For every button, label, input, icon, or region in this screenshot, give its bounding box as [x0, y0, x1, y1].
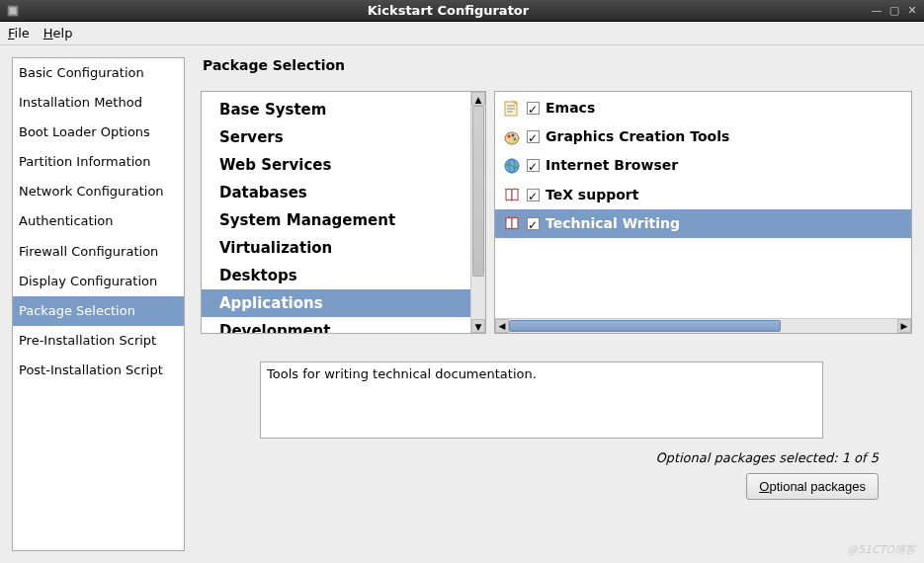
- hscroll-track[interactable]: [509, 319, 897, 333]
- package-internet-browser[interactable]: Internet Browser: [495, 151, 911, 180]
- titlebar: Kickstart Configurator — ▢ ✕: [0, 0, 924, 22]
- scroll-left-icon[interactable]: ◀: [495, 319, 509, 333]
- package-listbox: Emacs Graphics Creation Tools Internet B…: [494, 91, 912, 334]
- category-development[interactable]: Development: [202, 317, 470, 333]
- window-title: Kickstart Configurator: [26, 3, 871, 18]
- description-box: Tools for writing technical documentatio…: [260, 362, 823, 439]
- sidebar-item-firewall-configuration[interactable]: Firewall Configuration: [13, 237, 184, 267]
- sidebar: Basic Configuration Installation Method …: [12, 57, 185, 551]
- menubar: File Help: [0, 22, 924, 45]
- minimize-button[interactable]: —: [871, 5, 882, 17]
- sidebar-item-package-selection[interactable]: Package Selection: [13, 296, 184, 326]
- package-label: Technical Writing: [546, 211, 680, 236]
- category-applications[interactable]: Applications: [202, 289, 470, 317]
- package-label: Emacs: [546, 96, 595, 121]
- package-hscrollbar[interactable]: ◀ ▶: [495, 318, 911, 333]
- scroll-thumb[interactable]: [472, 106, 484, 277]
- svg-point-9: [514, 137, 517, 140]
- maximize-button[interactable]: ▢: [888, 5, 900, 17]
- book-icon: [503, 186, 521, 203]
- book-icon: [503, 214, 521, 232]
- optional-packages-status: Optional packages selected: 1 of 5: [201, 446, 912, 473]
- content-area: Basic Configuration Installation Method …: [0, 45, 924, 563]
- svg-rect-13: [505, 217, 519, 218]
- category-listbox: Base System Servers Web Services Databas…: [201, 91, 486, 334]
- sidebar-item-authentication[interactable]: Authentication: [13, 206, 184, 236]
- scroll-track[interactable]: [471, 106, 485, 319]
- menu-help[interactable]: Help: [43, 26, 73, 40]
- package-checkbox[interactable]: [527, 189, 540, 201]
- category-system-management[interactable]: System Management: [202, 206, 470, 234]
- category-virtualization[interactable]: Virtualization: [202, 234, 470, 262]
- svg-point-7: [508, 134, 511, 137]
- svg-point-6: [505, 132, 519, 144]
- category-desktops[interactable]: Desktops: [202, 262, 470, 289]
- category-web-services[interactable]: Web Services: [202, 151, 470, 179]
- category-scrollbar[interactable]: ▲ ▼: [470, 92, 485, 333]
- scroll-up-icon[interactable]: ▲: [471, 92, 485, 106]
- sidebar-item-boot-loader-options[interactable]: Boot Loader Options: [13, 118, 184, 147]
- note-icon: [503, 100, 521, 118]
- sidebar-item-installation-method[interactable]: Installation Method: [13, 88, 184, 118]
- sidebar-item-partition-information[interactable]: Partition Information: [13, 147, 184, 177]
- package-checkbox[interactable]: [527, 102, 540, 115]
- package-checkbox[interactable]: [527, 130, 540, 143]
- category-base-system[interactable]: Base System: [202, 96, 470, 123]
- section-title: Package Selection: [201, 57, 912, 73]
- category-list: Base System Servers Web Services Databas…: [202, 92, 470, 333]
- scroll-right-icon[interactable]: ▶: [897, 319, 911, 333]
- main-panel: Package Selection Base System Servers We…: [201, 57, 912, 551]
- package-list: Emacs Graphics Creation Tools Internet B…: [495, 92, 911, 318]
- svg-rect-1: [10, 7, 17, 14]
- package-checkbox[interactable]: [527, 217, 540, 230]
- app-icon: [6, 4, 20, 18]
- svg-rect-12: [505, 189, 519, 190]
- sidebar-item-pre-installation-script[interactable]: Pre-Installation Script: [13, 326, 184, 356]
- package-emacs[interactable]: Emacs: [495, 94, 911, 122]
- package-label: Internet Browser: [546, 153, 678, 178]
- category-databases[interactable]: Databases: [202, 179, 470, 206]
- package-label: Graphics Creation Tools: [546, 124, 729, 149]
- category-servers[interactable]: Servers: [202, 123, 470, 151]
- scroll-down-icon[interactable]: ▼: [471, 319, 485, 333]
- svg-point-8: [512, 133, 515, 136]
- package-graphics-creation-tools[interactable]: Graphics Creation Tools: [495, 122, 911, 151]
- globe-icon: [503, 157, 521, 175]
- button-row: Optional packages: [201, 473, 912, 500]
- menu-file[interactable]: File: [8, 26, 30, 40]
- sidebar-item-post-installation-script[interactable]: Post-Installation Script: [13, 356, 184, 385]
- package-selection-row: Base System Servers Web Services Databas…: [201, 91, 912, 334]
- package-label: TeX support: [546, 183, 638, 207]
- package-checkbox[interactable]: [527, 159, 540, 172]
- package-tex-support[interactable]: TeX support: [495, 181, 911, 209]
- palette-icon: [503, 128, 521, 146]
- hscroll-thumb[interactable]: [509, 320, 781, 332]
- optional-packages-button[interactable]: Optional packages: [746, 473, 879, 500]
- package-technical-writing[interactable]: Technical Writing: [495, 209, 911, 238]
- watermark: @51CTO博客: [847, 542, 916, 557]
- close-button[interactable]: ✕: [906, 5, 918, 17]
- sidebar-item-display-configuration[interactable]: Display Configuration: [13, 267, 184, 296]
- sidebar-item-network-configuration[interactable]: Network Configuration: [13, 177, 184, 206]
- window-buttons: — ▢ ✕: [871, 5, 918, 17]
- sidebar-item-basic-configuration[interactable]: Basic Configuration: [13, 58, 184, 88]
